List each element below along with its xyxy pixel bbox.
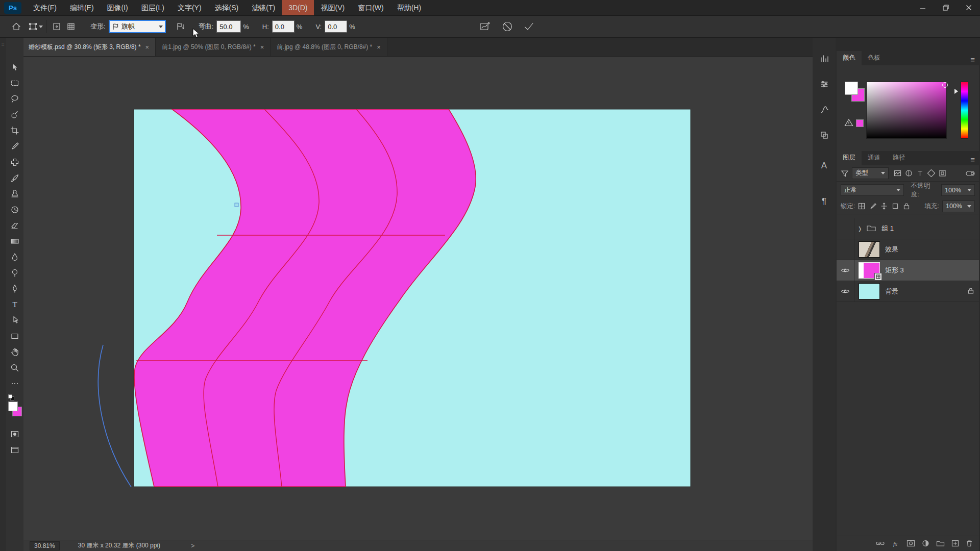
foreground-color-swatch[interactable] [8, 402, 18, 411]
lasso-tool[interactable] [6, 91, 23, 107]
clone-stamp-tool[interactable] [6, 186, 23, 202]
layer-row-rectangle3[interactable]: 矩形 3 [837, 260, 979, 281]
screen-mode-button[interactable] [6, 442, 23, 458]
menu-select[interactable]: 选择(S) [208, 0, 246, 15]
filter-pixel-layers-icon[interactable] [894, 169, 901, 177]
minimize-button[interactable] [911, 0, 934, 16]
gamut-warning-icon[interactable] [844, 118, 853, 129]
menu-3d[interactable]: 3D(D) [282, 0, 314, 15]
lock-artboard-icon[interactable] [892, 203, 899, 210]
type-tool[interactable]: T [6, 296, 23, 312]
saturation-brightness-field[interactable] [866, 82, 947, 139]
warp-mesh-button[interactable] [478, 19, 492, 34]
close-button[interactable] [957, 0, 980, 16]
info-panel-button[interactable] [813, 101, 836, 118]
libraries-panel-button[interactable] [813, 127, 836, 144]
menu-edit[interactable]: 编辑(E) [63, 0, 101, 15]
tool-preset-button[interactable] [29, 19, 43, 34]
menu-type[interactable]: 文字(Y) [171, 0, 208, 15]
eraser-tool[interactable] [6, 217, 23, 233]
new-group-icon[interactable] [936, 540, 945, 547]
lock-position-icon[interactable] [880, 203, 888, 210]
restore-button[interactable] [934, 0, 957, 16]
visibility-toggle[interactable] [837, 239, 854, 260]
tab-layers[interactable]: 图层 [837, 151, 862, 165]
grid-options-button[interactable] [64, 19, 78, 34]
layer-thumbnail[interactable] [859, 262, 880, 279]
layer-name[interactable]: 矩形 3 [885, 266, 904, 275]
properties-panel-button[interactable] [813, 50, 836, 67]
layer-name[interactable]: 背景 [885, 287, 898, 296]
h-input[interactable] [272, 20, 295, 33]
layer-style-fx-icon[interactable]: fx [891, 540, 900, 547]
visibility-toggle[interactable] [837, 218, 854, 239]
paragraph-panel-button[interactable]: ¶ [813, 193, 836, 210]
adjustment-layer-icon[interactable] [922, 540, 929, 547]
tab-channels[interactable]: 通道 [862, 151, 887, 165]
panel-menu-icon[interactable]: ≡ [970, 155, 975, 165]
filter-toggle-icon[interactable] [966, 170, 975, 177]
close-tab-icon[interactable]: × [377, 43, 381, 51]
visibility-toggle[interactable] [837, 260, 854, 281]
v-input[interactable] [325, 20, 347, 33]
pen-tool[interactable] [6, 281, 23, 296]
path-selection-tool[interactable] [6, 312, 23, 328]
layer-mask-icon[interactable] [906, 540, 915, 547]
eyedropper-tool[interactable] [6, 138, 23, 154]
layer-name[interactable]: 组 1 [881, 224, 894, 233]
hue-slider[interactable] [961, 82, 968, 139]
layer-name[interactable]: 效果 [885, 245, 898, 254]
blur-tool[interactable] [6, 249, 23, 265]
layer-row-background[interactable]: 背景 [837, 281, 979, 302]
gamut-color-swatch[interactable] [856, 119, 864, 127]
panel-foreground-swatch[interactable] [845, 82, 858, 95]
zoom-level[interactable]: 30.81% [30, 541, 60, 550]
link-layers-icon[interactable] [876, 540, 885, 547]
document-tab-2[interactable]: 前1.jpg @ 50% (图层 0, RGB/8#) * × [156, 38, 271, 56]
crop-tool[interactable] [6, 122, 23, 138]
document-tab-1[interactable]: 婚纱模板.psd @ 30.8% (矩形 3, RGB/8) * × [22, 38, 156, 56]
document-tab-3[interactable]: 前.jpg @ 48.8% (图层 0, RGB/8#) * × [271, 38, 387, 56]
delete-layer-icon[interactable] [966, 540, 973, 547]
tab-paths[interactable]: 路径 [887, 151, 912, 165]
reference-point-toggle[interactable] [50, 19, 64, 34]
menu-file[interactable]: 文件(F) [27, 0, 63, 15]
canvas-workspace[interactable] [23, 57, 813, 540]
home-button[interactable] [9, 19, 23, 34]
lock-transparent-icon[interactable] [858, 203, 865, 210]
character-panel-button[interactable]: A [813, 157, 836, 174]
lock-all-icon[interactable] [903, 203, 910, 210]
visibility-toggle[interactable] [837, 281, 854, 302]
filter-type-layers-icon[interactable] [916, 169, 924, 177]
blend-mode-select[interactable]: 正常 [841, 184, 904, 196]
history-brush-tool[interactable] [6, 202, 23, 217]
menu-filter[interactable]: 滤镜(T) [245, 0, 282, 15]
zoom-tool[interactable] [6, 360, 23, 375]
menu-window[interactable]: 窗口(W) [351, 0, 390, 15]
new-layer-icon[interactable] [951, 540, 959, 547]
gradient-tool[interactable] [6, 233, 23, 249]
opacity-select[interactable]: 100% [941, 184, 975, 196]
move-tool[interactable] [6, 59, 23, 75]
menu-layer[interactable]: 图层(L) [135, 0, 171, 15]
quick-mask-button[interactable] [6, 426, 23, 442]
commit-transform-button[interactable] [522, 19, 536, 34]
cancel-transform-button[interactable] [500, 19, 514, 34]
warp-orientation-button[interactable] [173, 19, 187, 34]
menu-help[interactable]: 帮助(H) [390, 0, 428, 15]
filter-adjustment-layers-icon[interactable] [905, 169, 913, 177]
brush-tool[interactable] [6, 170, 23, 186]
filter-smart-objects-icon[interactable] [939, 169, 946, 177]
edit-toolbar-button[interactable] [6, 375, 23, 391]
adjustments-panel-button[interactable] [813, 76, 836, 93]
dodge-tool[interactable] [6, 265, 23, 281]
fill-select[interactable]: 100% [942, 201, 975, 212]
group-expand-chevron[interactable]: ❭ [857, 226, 862, 232]
close-tab-icon[interactable]: × [260, 43, 264, 51]
panel-menu-icon[interactable]: ≡ [970, 55, 975, 65]
marquee-tool[interactable] [6, 75, 23, 91]
status-options-chevron[interactable]: > [191, 542, 194, 549]
layer-thumbnail[interactable] [859, 241, 880, 258]
menu-view[interactable]: 视图(V) [314, 0, 351, 15]
shape-tool[interactable] [6, 328, 23, 344]
